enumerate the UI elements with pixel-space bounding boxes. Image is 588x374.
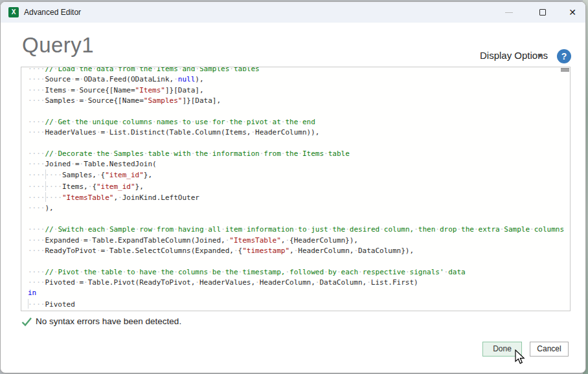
code-line: ····//·Switch·each·Sample·row·from·havin…	[28, 225, 564, 235]
code-line: ····Source·=·OData.Feed(ODataLink,·null)…	[28, 74, 564, 85]
code-line: ····//·Load·the·data·from·the·Items·and·…	[28, 67, 564, 74]
code-line: ····//·Decorate·the·Samples·table·with·t…	[28, 149, 564, 159]
screen: X Advanced Editor ✕ Query1 Display Optio…	[0, 0, 588, 374]
code-line	[28, 138, 564, 148]
code-line: ····ReadyToPivot·=·Table.SelectColumns(E…	[28, 246, 564, 256]
code-content[interactable]: ····//·Load·the·data·from·the·Items·and·…	[21, 67, 564, 310]
code-line: ········Items,·{"item_id"},	[28, 181, 564, 192]
page-title: Query1	[22, 33, 94, 58]
code-line: ····Joined·=·Table.NestedJoin(	[28, 159, 564, 170]
minimize-icon	[505, 12, 513, 13]
window-title: Advanced Editor	[24, 2, 81, 23]
excel-icon: X	[8, 7, 19, 17]
scrollbar-thumb[interactable]	[561, 68, 569, 72]
code-line	[28, 256, 564, 267]
code-line: ····HeaderValues·=·List.Distinct(Table.C…	[28, 127, 564, 138]
minimize-button[interactable]	[498, 2, 520, 23]
maximize-button[interactable]	[532, 2, 554, 23]
vertical-scrollbar[interactable]	[560, 68, 569, 311]
code-line: ········"ItemsTable",·JoinKind.LeftOuter	[28, 192, 564, 203]
status-message: No syntax errors have been detected.	[36, 316, 181, 326]
help-icon[interactable]: ?	[557, 49, 571, 63]
code-editor[interactable]: ····//·Load·the·data·from·the·Items·and·…	[21, 67, 571, 311]
done-button[interactable]: Done	[482, 342, 522, 357]
checkmark-icon	[21, 317, 32, 327]
code-line: in	[28, 288, 564, 298]
code-line: ····),	[28, 203, 564, 214]
code-line	[28, 214, 564, 225]
code-line: ····Pivoted·=·Table.Pivot(ReadyToPivot,·…	[28, 278, 564, 288]
advanced-editor-dialog: X Advanced Editor ✕ Query1 Display Optio…	[0, 1, 586, 373]
code-line	[28, 106, 564, 116]
code-line: ····Pivoted	[28, 299, 564, 310]
code-line: ····//·Pivot·the·table·to·have·the·colum…	[28, 267, 564, 278]
close-button[interactable]: ✕	[561, 2, 583, 23]
code-line: ····//·Get·the·unique·columns·names·to·u…	[28, 117, 564, 127]
code-line: ····Samples·=·Source{[Name="Samples"]}[D…	[28, 96, 564, 106]
title-bar: X Advanced Editor ✕	[1, 2, 585, 23]
code-line: ····Expanded·=·Table.ExpandTableColumn(J…	[28, 236, 564, 246]
cancel-button[interactable]: Cancel	[530, 342, 569, 357]
chevron-down-icon[interactable]	[537, 54, 543, 58]
code-line: ········Samples,·{"item_id"},	[28, 170, 564, 181]
code-line: ····Items·=·Source{[Name="Items"]}[Data]…	[28, 85, 564, 96]
maximize-icon	[539, 9, 546, 16]
